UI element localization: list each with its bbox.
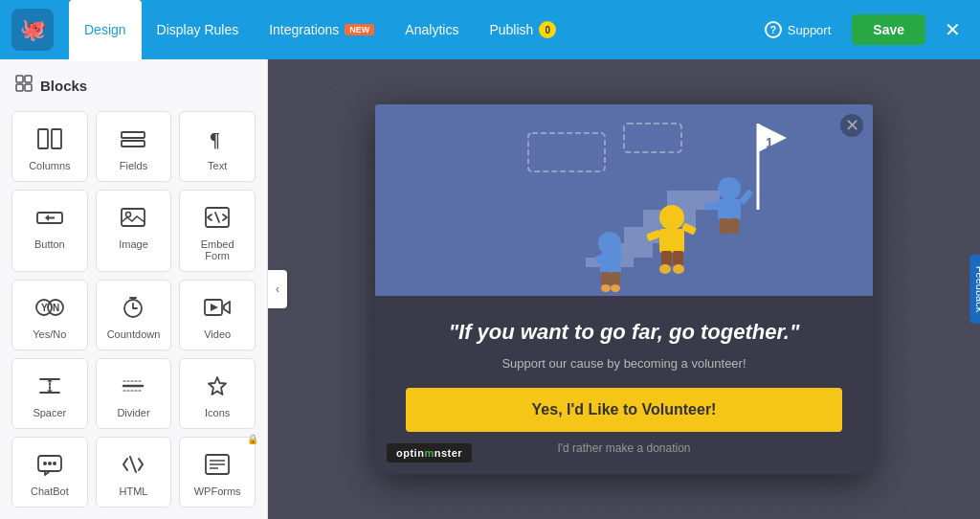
sidebar: Blocks Columns — [0, 59, 268, 519]
tab-display-rules[interactable]: Display Rules — [142, 0, 255, 59]
block-yes-no[interactable]: Y N Yes/No — [11, 280, 88, 350]
block-fields[interactable]: Fields — [96, 111, 172, 182]
svg-rect-67 — [729, 218, 739, 234]
html-icon — [121, 451, 145, 478]
block-text-label: Text — [208, 160, 227, 171]
block-spacer[interactable]: Spacer — [11, 358, 88, 429]
svg-point-60 — [659, 264, 671, 274]
icons-icon — [206, 372, 229, 399]
fields-icon — [121, 125, 145, 152]
block-icons-label: Icons — [205, 407, 230, 418]
om-dot: m — [424, 447, 434, 459]
integrations-new-badge: NEW — [345, 24, 374, 35]
svg-rect-1 — [25, 76, 32, 82]
svg-rect-58 — [661, 251, 672, 266]
svg-rect-5 — [52, 129, 61, 148]
block-countdown-label: Countdown — [107, 328, 161, 340]
popup-quote: "If you want to go far, go together." — [406, 319, 842, 347]
support-button[interactable]: ? Support — [755, 15, 841, 44]
image-icon — [121, 204, 145, 231]
block-html-label: HTML — [120, 485, 148, 497]
svg-marker-22 — [211, 304, 218, 311]
divider-icon — [121, 372, 145, 399]
block-wpforms[interactable]: 🔒 WPForms — [179, 437, 256, 508]
svg-point-62 — [718, 177, 741, 200]
svg-rect-63 — [718, 199, 741, 220]
popup-cta-button[interactable]: Yes, I'd Like to Volunteer! — [406, 388, 842, 432]
tab-integrations-label: Integrations — [269, 22, 339, 37]
tab-publish[interactable]: Publish 0 — [474, 0, 571, 59]
tab-display-rules-label: Display Rules — [157, 22, 239, 37]
svg-rect-6 — [122, 132, 145, 138]
block-divider[interactable]: Divider — [96, 358, 172, 429]
block-embed-form[interactable]: Embed Form — [179, 190, 256, 272]
block-icons[interactable]: Icons — [179, 358, 256, 429]
save-button[interactable]: Save — [852, 14, 925, 45]
block-divider-label: Divider — [117, 407, 149, 418]
block-html[interactable]: HTML — [96, 437, 172, 508]
spacer-icon — [37, 372, 62, 399]
sidebar-title: Blocks — [11, 75, 256, 96]
svg-point-30 — [43, 462, 47, 465]
svg-rect-50 — [601, 272, 611, 285]
svg-line-13 — [215, 213, 219, 222]
svg-rect-4 — [38, 129, 48, 148]
collapse-handle[interactable]: ‹ — [268, 270, 287, 308]
block-columns[interactable]: Columns — [11, 111, 88, 182]
tab-design[interactable]: Design — [69, 0, 142, 59]
block-embed-form-label: Embed Form — [188, 238, 247, 261]
columns-icon — [37, 125, 62, 152]
block-button-label: Button — [34, 238, 65, 250]
svg-rect-51 — [611, 272, 620, 285]
chatbot-icon — [37, 451, 62, 478]
block-fields-label: Fields — [120, 160, 147, 171]
block-chatbot[interactable]: ChatBot — [11, 437, 88, 508]
nav-tabs: Design Display Rules Integrations NEW An… — [69, 0, 755, 59]
blocks-icon — [15, 75, 33, 96]
svg-point-31 — [48, 462, 52, 465]
yes-no-icon: Y N — [35, 294, 64, 321]
close-button[interactable]: ✕ — [937, 14, 969, 45]
svg-point-54 — [659, 205, 684, 230]
block-text[interactable]: ¶ Text — [179, 111, 256, 182]
block-chatbot-label: ChatBot — [31, 485, 69, 497]
tab-analytics[interactable]: Analytics — [390, 0, 474, 59]
svg-rect-48 — [595, 256, 607, 263]
tab-integrations[interactable]: Integrations NEW — [254, 0, 390, 59]
block-video[interactable]: Video — [179, 280, 256, 350]
support-icon: ? — [765, 21, 782, 38]
svg-rect-0 — [16, 76, 23, 82]
content-area: ‹ ✕ — [268, 59, 980, 519]
svg-text:Y: Y — [41, 303, 48, 313]
header: 🐙 Design Display Rules Integrations NEW … — [0, 0, 980, 59]
popup-subtext: Support our cause by becoming a voluntee… — [406, 356, 842, 371]
svg-point-52 — [601, 284, 611, 292]
header-right: ? Support Save ✕ — [755, 14, 969, 45]
svg-rect-66 — [720, 218, 729, 234]
block-image[interactable]: Image — [96, 190, 172, 272]
block-wpforms-label: WPForms — [194, 485, 241, 497]
block-countdown[interactable]: Countdown — [96, 280, 172, 350]
feedback-tab[interactable]: Feedback — [969, 255, 980, 324]
svg-text:N: N — [53, 303, 59, 313]
logo-area: 🐙 — [11, 9, 54, 51]
svg-point-11 — [126, 213, 131, 217]
popup-modal: ✕ — [375, 104, 873, 474]
block-button[interactable]: Button — [11, 190, 88, 272]
tab-publish-label: Publish — [489, 22, 533, 37]
svg-point-61 — [673, 264, 684, 274]
svg-rect-10 — [122, 209, 145, 226]
popup-image-area: 1 — [375, 104, 873, 296]
text-icon: ¶ — [206, 125, 229, 152]
wpforms-lock-icon: 🔒 — [247, 434, 258, 444]
block-video-label: Video — [204, 328, 231, 340]
tab-analytics-label: Analytics — [405, 22, 458, 37]
svg-point-53 — [611, 284, 620, 292]
svg-rect-3 — [25, 84, 32, 91]
countdown-icon — [122, 294, 145, 321]
block-yes-no-label: Yes/No — [33, 328, 66, 340]
tab-design-label: Design — [84, 22, 126, 37]
svg-rect-2 — [16, 84, 23, 91]
support-label: Support — [788, 23, 832, 37]
wpforms-icon — [205, 451, 230, 478]
